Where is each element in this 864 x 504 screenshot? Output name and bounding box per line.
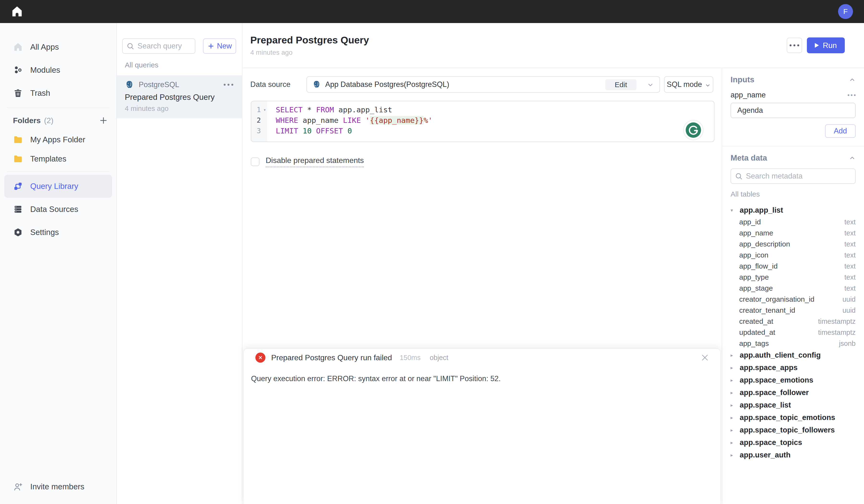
error-icon <box>255 352 265 363</box>
grammarly-icon[interactable] <box>683 120 704 140</box>
query-item-menu-icon[interactable] <box>224 84 233 86</box>
fold-caret-icon[interactable]: ▾ <box>261 107 268 112</box>
sql-mode-select[interactable]: SQL mode <box>664 76 713 93</box>
page-title: Prepared Postgres Query <box>250 35 369 46</box>
metadata-table-row-collapsed[interactable]: ▸app.space_topic_followers <box>731 424 856 436</box>
folders-label: Folders <box>13 116 41 125</box>
column-name: app_type <box>739 273 769 281</box>
chevron-up-icon[interactable] <box>849 76 856 83</box>
query-list-item[interactable]: PostgreSQL Prepared Postgres Query 4 min… <box>117 75 242 118</box>
code-token: app_name <box>298 116 343 124</box>
data-sources-icon <box>13 204 23 214</box>
metadata-table-row-collapsed[interactable]: ▸app.space_emotions <box>731 374 856 386</box>
table-name: app.user_auth <box>740 451 791 459</box>
chevron-down-icon <box>647 82 654 88</box>
all-tables-label: All tables <box>731 190 856 198</box>
chevron-down-icon <box>705 82 711 87</box>
metadata-column-row[interactable]: creator_tenant_iduuid <box>731 305 856 316</box>
code-token: 0 <box>348 127 352 135</box>
caret-right-icon: ▸ <box>731 427 736 433</box>
sidebar-item-all-apps[interactable]: All Apps <box>4 36 112 59</box>
add-folder-icon[interactable] <box>99 116 108 125</box>
metadata-column-row[interactable]: created_attimestamptz <box>731 316 856 327</box>
data-source-select[interactable]: App Database Postgres(PostgreSQL) Edit <box>307 76 660 93</box>
folders-header: Folders (2) <box>4 111 112 130</box>
table-name: app.auth_client_config <box>740 351 821 360</box>
metadata-table-row-collapsed[interactable]: ▸app.space_follower <box>731 386 856 399</box>
query-list-panel: New All queries PostgreSQL Prepared Post… <box>117 23 242 504</box>
close-icon[interactable] <box>700 353 709 362</box>
error-title: Prepared Postgres Query run failed <box>271 353 392 362</box>
metadata-column-row[interactable]: app_descriptiontext <box>731 239 856 250</box>
sidebar-item-templates[interactable]: Templates <box>4 149 112 168</box>
disable-prepared-statements-checkbox[interactable] <box>251 157 260 166</box>
all-queries-label: All queries <box>125 61 242 69</box>
add-parameter-button[interactable]: Add <box>825 124 856 138</box>
sidebar-item-label: My Apps Folder <box>30 135 85 144</box>
table-name: app.space_emotions <box>740 376 813 384</box>
sidebar-item-settings[interactable]: Settings <box>4 221 112 244</box>
avatar[interactable]: F <box>838 4 853 19</box>
search-icon <box>127 42 134 50</box>
table-name: app.space_follower <box>740 388 809 397</box>
code-line: 3LIMIT 10 OFFSET 0 <box>251 125 714 136</box>
metadata-table-row-collapsed[interactable]: ▸app.space_topic_emotions <box>731 411 856 424</box>
metadata-table-row-collapsed[interactable]: ▸app.space_list <box>731 399 856 411</box>
metadata-column-row[interactable]: app_nametext <box>731 228 856 239</box>
metadata-table-row-collapsed[interactable]: ▸app.auth_client_config <box>731 349 856 361</box>
data-source-label: Data source <box>250 80 307 89</box>
code-token: LIMIT <box>276 127 298 135</box>
metadata-column-row[interactable]: app_stagetext <box>731 283 856 294</box>
query-options-button[interactable] <box>787 38 802 53</box>
sidebar-item-my-apps-folder[interactable]: My Apps Folder <box>4 130 112 149</box>
folder-icon <box>13 154 23 164</box>
column-name: app_description <box>739 240 790 248</box>
metadata-column-row[interactable]: app_icontext <box>731 250 856 261</box>
column-name: creator_organisation_id <box>739 295 815 303</box>
metadata-table-row-expanded[interactable]: ▾ app.app_list <box>731 204 856 216</box>
code-token: ' <box>428 116 433 124</box>
home-icon[interactable] <box>11 5 24 18</box>
code-text: SELECT * FROM app.app_list <box>276 105 392 114</box>
code-token: % <box>424 116 428 124</box>
column-type: text <box>844 229 856 237</box>
invite-members-button[interactable]: Invite members <box>4 477 112 496</box>
code-text: LIMIT 10 OFFSET 0 <box>276 127 352 135</box>
chevron-up-icon[interactable] <box>849 155 856 161</box>
metadata-column-row[interactable]: app_typetext <box>731 272 856 283</box>
metadata-column-row[interactable]: creator_organisation_iduuid <box>731 294 856 305</box>
parameter-menu-icon[interactable] <box>848 94 856 96</box>
edit-data-source-button[interactable]: Edit <box>605 79 636 90</box>
metadata-table-row-collapsed[interactable]: ▸app.space_topics <box>731 436 856 449</box>
search-metadata-input[interactable] <box>731 168 856 184</box>
code-text: WHERE app_name LIKE '{{app_name}}%' <box>276 116 432 124</box>
column-type: text <box>844 251 856 259</box>
sidebar-item-trash[interactable]: Trash <box>4 82 112 105</box>
caret-down-icon: ▾ <box>731 207 736 213</box>
column-type: text <box>844 262 856 270</box>
metadata-table-row-collapsed[interactable]: ▸app.user_auth <box>731 449 856 461</box>
sidebar-item-label: Data Sources <box>30 205 78 214</box>
metadata-column-row[interactable]: app_idtext <box>731 216 856 228</box>
code-token: OFFSET <box>316 127 343 135</box>
new-query-button[interactable]: New <box>203 38 236 54</box>
run-button[interactable]: Run <box>807 37 845 53</box>
column-name: app_name <box>739 229 773 237</box>
column-name: app_icon <box>739 251 768 259</box>
disable-prepared-statements-label: Disable prepared statements <box>266 156 364 167</box>
divider <box>7 171 110 172</box>
metadata-column-row[interactable]: app_tagsjsonb <box>731 338 856 349</box>
sidebar-item-modules[interactable]: Modules <box>4 59 112 82</box>
parameter-value-input[interactable] <box>731 103 856 118</box>
sql-code-editor[interactable]: 1▾SELECT * FROM app.app_list2WHERE app_n… <box>251 101 715 142</box>
column-type: text <box>844 285 856 292</box>
column-type: text <box>844 273 856 281</box>
caret-right-icon: ▸ <box>731 352 736 358</box>
metadata-column-row[interactable]: updated_attimestamptz <box>731 327 856 338</box>
sidebar-item-query-library[interactable]: Query Library <box>4 175 112 198</box>
column-type: jsonb <box>839 339 856 348</box>
metadata-column-row[interactable]: app_flow_idtext <box>731 261 856 272</box>
metadata-table-row-collapsed[interactable]: ▸app.space_apps <box>731 361 856 374</box>
sidebar-item-data-sources[interactable]: Data Sources <box>4 198 112 221</box>
query-source-label: PostgreSQL <box>139 80 179 89</box>
